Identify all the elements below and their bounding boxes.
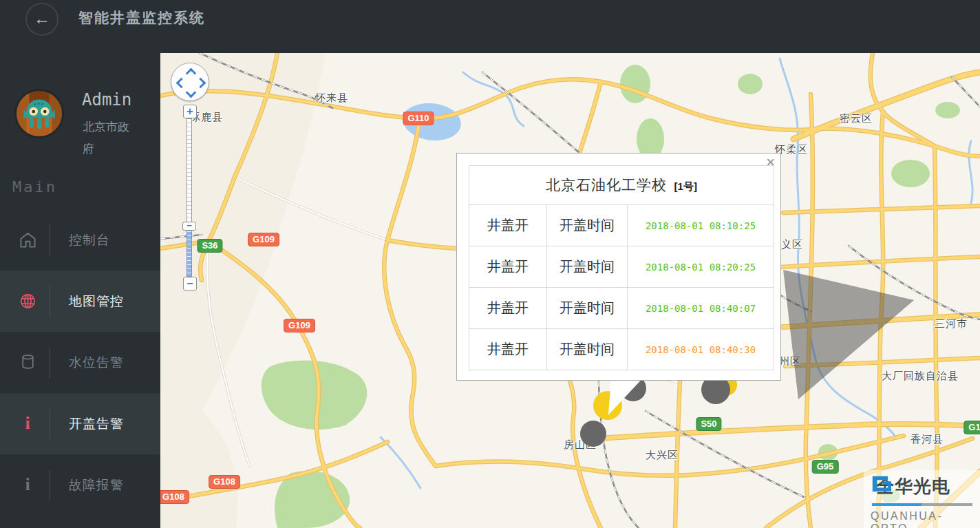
- popup-row: 井盖开 开盖时间 2018-08-01 08:40:30: [469, 329, 774, 370]
- map-marker-offline[interactable]: [580, 421, 606, 447]
- popup-rows: 井盖开 开盖时间 2018-08-01 08:10:25 井盖开 开盖时间 20…: [469, 205, 774, 370]
- road-badge: G109: [284, 319, 315, 332]
- road-badge: G108: [209, 475, 240, 489]
- zoom-in-button[interactable]: +: [183, 105, 197, 118]
- road-badge: S50: [696, 417, 721, 431]
- zoom-slider-fill: [187, 227, 192, 277]
- top-header: ← 智能井盖监控系统: [0, 0, 980, 53]
- info-icon: i: [18, 476, 37, 495]
- road-badge: G110: [403, 112, 434, 125]
- popup-title-tag: [1号]: [674, 180, 697, 192]
- sidebar-item-water-alarm[interactable]: 水位告警: [0, 332, 160, 393]
- sidebar-item-label: 开盖告警: [69, 415, 124, 433]
- info-icon: i: [18, 414, 37, 434]
- pan-down-icon[interactable]: [186, 87, 197, 98]
- road-badge: G95: [812, 460, 839, 474]
- sidebar-item-label: 故障报警: [69, 476, 124, 494]
- app-title: 智能井盖监控系统: [78, 8, 205, 28]
- divider: [50, 347, 50, 379]
- zoom-out-button[interactable]: −: [183, 277, 197, 291]
- pan-up-icon[interactable]: [186, 68, 197, 79]
- popup-time: 2018-08-01 08:40:30: [628, 329, 774, 370]
- sidebar-item-console[interactable]: 控制台: [0, 209, 160, 271]
- divider: [50, 408, 50, 440]
- road-badge: S36: [197, 239, 222, 253]
- map-pan-control[interactable]: [171, 63, 209, 101]
- globe-icon: [18, 292, 37, 311]
- sidebar-item-label: 水位告警: [69, 354, 124, 372]
- zoom-slider-handle[interactable]: −: [182, 222, 196, 231]
- road-badge: G108: [160, 490, 189, 504]
- divider: [50, 286, 50, 317]
- popup-title-row: 北京石油化工学校 [1号]: [469, 166, 774, 205]
- popup-time-label: 开盖时间: [547, 329, 628, 370]
- sidebar-item-map-control[interactable]: 地图管控: [0, 271, 160, 332]
- popup-time-label: 开盖时间: [547, 205, 628, 246]
- map-viewport[interactable]: 涿鹿县怀来县密云区怀柔区顺义区三河市通州区大厂回族自治县香河县房山区大兴区 G1…: [160, 53, 980, 528]
- map-district-label: 密云区: [840, 112, 873, 125]
- popup-time: 2018-08-01 08:40:07: [628, 288, 774, 328]
- popup-status: 井盖开: [469, 205, 547, 246]
- map-district-label: 大厂回族自治县: [882, 370, 959, 383]
- road-badge: G1: [963, 421, 980, 434]
- sidebar-item-fault-alarm[interactable]: i 故障报警: [0, 454, 160, 516]
- popup-status: 井盖开: [469, 288, 547, 328]
- popup-status: 井盖开: [469, 329, 547, 370]
- popup-time-label: 开盖时间: [547, 246, 628, 287]
- sidebar: Admin 北京市政府 Main 控制台 地图管控 水位告警 i 开盖告警 i …: [0, 53, 160, 528]
- arrow-left-icon: ←: [34, 9, 50, 28]
- pan-right-icon[interactable]: [195, 78, 206, 89]
- user-name: Admin: [82, 90, 131, 109]
- quanhua-logo-icon: [871, 474, 891, 495]
- logo-latin-name: QUANHUA-OPTO: [871, 510, 980, 528]
- divider: [50, 469, 50, 501]
- popup-title: 北京石油化工学校: [546, 177, 667, 193]
- popup-row: 井盖开 开盖时间 2018-08-01 08:10:25: [469, 205, 774, 246]
- sidebar-item-cover-alarm[interactable]: i 开盖告警: [0, 393, 160, 454]
- map-district-label: 香河县: [910, 433, 944, 446]
- avatar[interactable]: [14, 89, 64, 138]
- popup-row: 井盖开 开盖时间 2018-08-01 08:40:07: [469, 288, 774, 329]
- sidebar-item-label: 控制台: [69, 231, 110, 249]
- road-badge: G109: [248, 233, 279, 246]
- divider: [50, 224, 50, 256]
- map-district-label: 三河市: [935, 317, 968, 330]
- cylinder-icon: [18, 353, 37, 372]
- popup-status: 井盖开: [469, 246, 547, 287]
- brand-logo: 全华光电 QUANHUA-OPTO: [864, 470, 980, 528]
- popup-time-label: 开盖时间: [547, 288, 628, 328]
- sidebar-item-label: 地图管控: [69, 293, 124, 310]
- popup-table: 北京石油化工学校 [1号] 井盖开 开盖时间 2018-08-01 08:10:…: [469, 165, 774, 370]
- logo-divider: [872, 503, 972, 506]
- pan-left-icon[interactable]: [176, 78, 187, 89]
- nav-section-label: Main: [12, 178, 57, 196]
- home-icon: [18, 231, 37, 250]
- user-org: 北京市政府: [83, 116, 140, 160]
- nav-menu: 控制台 地图管控 水位告警 i 开盖告警 i 故障报警: [0, 209, 160, 516]
- map-district-label: 怀来县: [315, 92, 348, 105]
- popup-row: 井盖开 开盖时间 2018-08-01 08:20:25: [469, 246, 774, 288]
- popup-time: 2018-08-01 08:10:25: [628, 205, 774, 246]
- info-window: × 北京石油化工学校 [1号] 井盖开 开盖时间 2018-08-01 08:1…: [456, 153, 781, 381]
- map-district-label: 大兴区: [646, 449, 679, 462]
- back-button[interactable]: ←: [25, 3, 58, 36]
- robot-avatar-image: [17, 91, 62, 136]
- logo-row: 全华光电: [871, 474, 950, 498]
- popup-time: 2018-08-01 08:20:25: [628, 246, 774, 287]
